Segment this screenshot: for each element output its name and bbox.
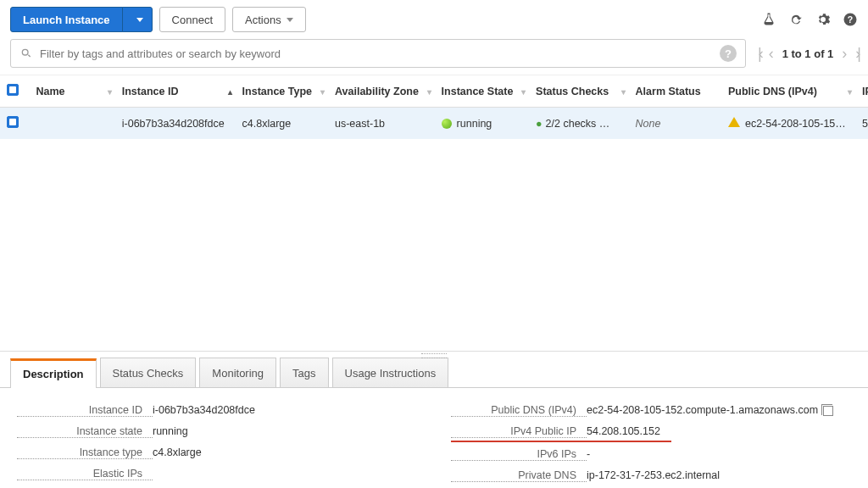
cell-az: us-east-1b	[328, 108, 435, 140]
pager: |‹ ‹ 1 to 1 of 1 › ›|	[758, 45, 858, 63]
filter-input[interactable]	[40, 47, 713, 60]
actions-label: Actions	[245, 14, 281, 26]
page-first[interactable]: |‹	[758, 45, 760, 63]
value-ipv4-public-ip: 54.208.105.152	[587, 425, 851, 438]
alarm-icon	[728, 117, 740, 127]
actions-button[interactable]: Actions	[232, 7, 306, 32]
label-elastic-ips: Elastic IPs	[17, 468, 153, 480]
instances-table: Name Instance ID Instance Type Availabil…	[0, 75, 868, 139]
cell-instance-id: i-06b7b3a34d208fdce	[115, 108, 236, 140]
value-instance-id: i-06b7b3a34d208fdce	[153, 404, 417, 417]
label-ipv6-ips: IPv6 IPs	[451, 448, 587, 461]
page-range: 1 to 1 of 1	[782, 47, 834, 60]
value-public-dns: ec2-54-208-105-152.compute-1.amazonaws.c…	[587, 404, 851, 417]
label-private-dns: Private DNS	[451, 469, 587, 482]
check-ok-icon: ●	[536, 118, 542, 130]
cell-instance-type: c4.8xlarge	[236, 108, 328, 140]
connect-button[interactable]: Connect	[159, 7, 225, 32]
select-all-checkbox[interactable]	[7, 84, 19, 96]
row-checkbox[interactable]	[7, 116, 19, 128]
page-prev[interactable]: ‹	[769, 45, 774, 63]
label-instance-type: Instance type	[17, 446, 153, 459]
value-instance-state: running	[153, 425, 417, 438]
tab-tags[interactable]: Tags	[280, 358, 328, 387]
cell-status-checks: ●2/2 checks …	[529, 108, 629, 140]
page-next[interactable]: ›	[842, 45, 847, 63]
copy-icon[interactable]	[823, 406, 833, 416]
caret-down-icon	[136, 18, 143, 22]
value-instance-type: c4.8xlarge	[153, 446, 417, 459]
tab-usage[interactable]: Usage Instructions	[332, 358, 449, 387]
col-name[interactable]: Name	[29, 75, 114, 108]
pane-splitter[interactable]	[0, 351, 868, 358]
state-running-icon	[442, 119, 452, 129]
gear-icon[interactable]	[815, 12, 831, 27]
label-instance-id: Instance ID	[17, 404, 153, 417]
col-alarm-status[interactable]: Alarm Status	[629, 75, 721, 108]
experiment-icon[interactable]	[761, 12, 776, 27]
value-elastic-ips	[153, 468, 417, 480]
label-ipv4-public-ip: IPv4 Public IP	[451, 425, 587, 438]
value-ipv6-ips: -	[587, 448, 851, 461]
col-state[interactable]: Instance State	[435, 75, 529, 108]
launch-instance-button[interactable]: Launch Instance	[10, 7, 123, 32]
search-icon	[19, 47, 33, 60]
col-instance-id[interactable]: Instance ID	[115, 75, 236, 108]
page-last[interactable]: ›|	[855, 45, 858, 63]
caret-down-icon	[287, 18, 293, 22]
cell-name	[29, 108, 114, 140]
refresh-icon[interactable]	[788, 12, 804, 27]
tab-description[interactable]: Description	[10, 358, 97, 388]
col-public-dns[interactable]: Public DNS (IPv4)	[721, 75, 855, 108]
highlight-underline	[451, 441, 671, 442]
tab-monitoring[interactable]: Monitoring	[199, 358, 276, 387]
cell-alarm-status: None	[629, 108, 721, 140]
tab-status-checks[interactable]: Status Checks	[100, 358, 197, 387]
label-instance-state: Instance state	[17, 425, 153, 438]
svg-text:?: ?	[848, 14, 853, 25]
label-public-dns: Public DNS (IPv4)	[451, 404, 587, 417]
filter-search-box[interactable]: ?	[10, 39, 746, 68]
col-ipv4[interactable]: IPv4 P	[855, 75, 868, 108]
launch-instance-dropdown[interactable]	[122, 7, 153, 32]
value-private-dns: ip-172-31-7-253.ec2.internal	[587, 469, 851, 482]
col-az[interactable]: Availability Zone	[328, 75, 435, 108]
filter-help-icon[interactable]: ?	[720, 45, 737, 62]
col-status-checks[interactable]: Status Checks	[529, 75, 629, 108]
cell-state: running	[435, 108, 529, 140]
cell-ipv4: 54.208	[855, 108, 868, 140]
launch-instance-group: Launch Instance	[10, 7, 153, 32]
table-row[interactable]: i-06b7b3a34d208fdce c4.8xlarge us-east-1…	[0, 108, 868, 140]
col-instance-type[interactable]: Instance Type	[236, 75, 328, 108]
help-icon[interactable]: ?	[843, 12, 858, 27]
cell-public-dns: ec2-54-208-105-152.co…	[721, 108, 855, 140]
